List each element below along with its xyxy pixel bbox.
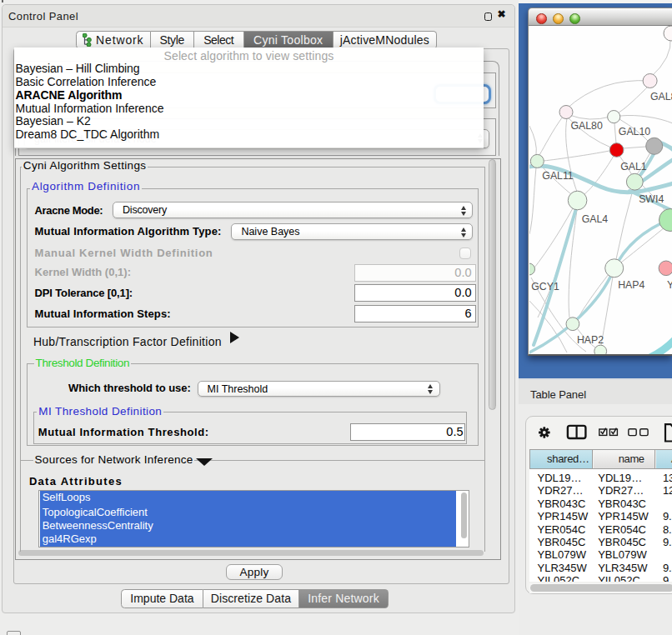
svg-text:GAL4: GAL4 <box>582 213 609 225</box>
svg-text:GAL8: GAL8 <box>650 91 672 102</box>
svg-text:GAL80: GAL80 <box>570 120 602 132</box>
svg-text:HAP4: HAP4 <box>618 279 644 291</box>
svg-text:GAL10: GAL10 <box>619 126 650 138</box>
svg-text:GAL11: GAL11 <box>542 170 574 182</box>
svg-text:SWI4: SWI4 <box>639 193 664 205</box>
svg-text:GAL1: GAL1 <box>620 161 647 172</box>
svg-text:GCY1: GCY1 <box>531 281 559 292</box>
svg-text:HAP2: HAP2 <box>577 334 604 346</box>
svg-text:YI: YI <box>667 279 672 291</box>
